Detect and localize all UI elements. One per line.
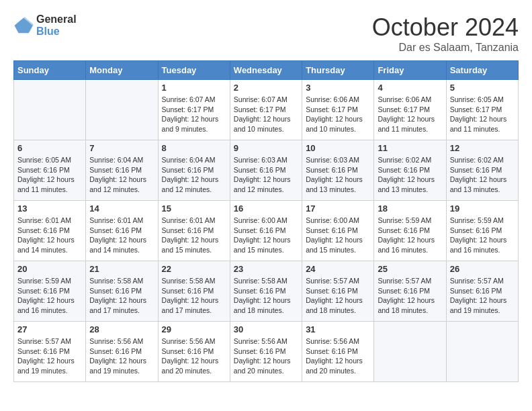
day-number: 30 (234, 324, 298, 334)
week-row-4: 20Sunrise: 5:59 AMSunset: 6:16 PMDayligh… (14, 261, 519, 322)
week-row-2: 6Sunrise: 6:05 AMSunset: 6:16 PMDaylight… (14, 140, 519, 201)
day-info: Sunrise: 5:59 AMSunset: 6:16 PMDaylight:… (378, 216, 442, 255)
day-info: Sunrise: 5:57 AMSunset: 6:16 PMDaylight:… (450, 276, 515, 316)
day-info: Sunrise: 6:07 AMSunset: 6:17 PMDaylight:… (234, 95, 298, 134)
day-number: 14 (89, 203, 154, 214)
day-cell: 17Sunrise: 6:00 AMSunset: 6:16 PMDayligh… (302, 201, 374, 261)
day-number: 3 (306, 83, 370, 93)
day-number: 22 (162, 264, 226, 274)
header-cell-friday: Friday (374, 61, 446, 80)
day-cell (14, 80, 86, 140)
logo-blue-text: Blue (36, 26, 77, 38)
day-cell: 4Sunrise: 6:06 AMSunset: 6:17 PMDaylight… (374, 80, 446, 140)
month-title: October 2024 (372, 13, 519, 42)
day-cell: 23Sunrise: 5:58 AMSunset: 6:16 PMDayligh… (230, 261, 302, 322)
day-cell: 28Sunrise: 5:56 AMSunset: 6:16 PMDayligh… (86, 322, 158, 382)
day-number: 25 (378, 264, 442, 274)
day-cell (86, 80, 158, 140)
day-cell: 15Sunrise: 6:01 AMSunset: 6:16 PMDayligh… (158, 201, 230, 261)
day-info: Sunrise: 6:03 AMSunset: 6:16 PMDaylight:… (306, 155, 370, 195)
day-info: Sunrise: 6:07 AMSunset: 6:17 PMDaylight:… (162, 95, 226, 134)
day-number: 1 (162, 83, 226, 93)
day-number: 26 (450, 264, 515, 274)
day-info: Sunrise: 5:56 AMSunset: 6:16 PMDaylight:… (89, 336, 154, 376)
day-info: Sunrise: 6:00 AMSunset: 6:16 PMDaylight:… (306, 216, 370, 255)
day-info: Sunrise: 5:58 AMSunset: 6:16 PMDaylight:… (234, 276, 298, 316)
day-info: Sunrise: 6:01 AMSunset: 6:16 PMDaylight:… (17, 216, 82, 255)
title-block: October 2024 Dar es Salaam, Tanzania (372, 13, 519, 54)
logo-text: General Blue (36, 13, 77, 37)
day-number: 10 (306, 143, 370, 153)
day-cell: 26Sunrise: 5:57 AMSunset: 6:16 PMDayligh… (446, 261, 518, 322)
header-row: SundayMondayTuesdayWednesdayThursdayFrid… (14, 61, 519, 80)
header-cell-monday: Monday (86, 61, 158, 80)
day-cell: 27Sunrise: 5:57 AMSunset: 6:16 PMDayligh… (14, 322, 86, 382)
day-cell: 20Sunrise: 5:59 AMSunset: 6:16 PMDayligh… (14, 261, 86, 322)
day-number: 23 (234, 264, 298, 274)
day-info: Sunrise: 6:03 AMSunset: 6:16 PMDaylight:… (234, 155, 298, 195)
day-cell: 5Sunrise: 6:05 AMSunset: 6:17 PMDaylight… (446, 80, 518, 140)
day-number: 18 (378, 203, 442, 214)
location: Dar es Salaam, Tanzania (372, 42, 519, 54)
day-number: 19 (450, 203, 515, 214)
day-cell: 25Sunrise: 5:57 AMSunset: 6:16 PMDayligh… (374, 261, 446, 322)
day-number: 8 (162, 143, 226, 153)
day-info: Sunrise: 6:00 AMSunset: 6:16 PMDaylight:… (234, 216, 298, 255)
day-number: 21 (89, 264, 154, 274)
day-number: 2 (234, 83, 298, 93)
day-number: 16 (234, 203, 298, 214)
day-number: 11 (378, 143, 442, 153)
week-row-5: 27Sunrise: 5:57 AMSunset: 6:16 PMDayligh… (14, 322, 519, 382)
day-info: Sunrise: 6:05 AMSunset: 6:17 PMDaylight:… (450, 95, 515, 134)
calendar-table: SundayMondayTuesdayWednesdayThursdayFrid… (13, 60, 519, 382)
day-cell: 14Sunrise: 6:01 AMSunset: 6:16 PMDayligh… (86, 201, 158, 261)
day-cell: 21Sunrise: 5:58 AMSunset: 6:16 PMDayligh… (86, 261, 158, 322)
header-cell-sunday: Sunday (14, 61, 86, 80)
logo: General Blue (13, 13, 77, 37)
day-info: Sunrise: 5:58 AMSunset: 6:16 PMDaylight:… (89, 276, 154, 316)
day-cell: 11Sunrise: 6:02 AMSunset: 6:16 PMDayligh… (374, 140, 446, 201)
day-cell: 8Sunrise: 6:04 AMSunset: 6:16 PMDaylight… (158, 140, 230, 201)
day-number: 15 (162, 203, 226, 214)
day-number: 28 (89, 324, 154, 334)
day-number: 27 (17, 324, 82, 334)
day-number: 9 (234, 143, 298, 153)
day-cell (446, 322, 518, 382)
day-cell: 12Sunrise: 6:02 AMSunset: 6:16 PMDayligh… (446, 140, 518, 201)
day-info: Sunrise: 6:01 AMSunset: 6:16 PMDaylight:… (89, 216, 154, 255)
day-number: 17 (306, 203, 370, 214)
day-cell: 22Sunrise: 5:58 AMSunset: 6:16 PMDayligh… (158, 261, 230, 322)
header-cell-saturday: Saturday (446, 61, 518, 80)
day-cell: 29Sunrise: 5:56 AMSunset: 6:16 PMDayligh… (158, 322, 230, 382)
day-number: 20 (17, 264, 82, 274)
day-info: Sunrise: 6:01 AMSunset: 6:16 PMDaylight:… (162, 216, 226, 255)
day-info: Sunrise: 6:04 AMSunset: 6:16 PMDaylight:… (162, 155, 226, 195)
day-cell: 9Sunrise: 6:03 AMSunset: 6:16 PMDaylight… (230, 140, 302, 201)
day-number: 6 (17, 143, 82, 153)
day-number: 5 (450, 83, 515, 93)
day-cell: 13Sunrise: 6:01 AMSunset: 6:16 PMDayligh… (14, 201, 86, 261)
logo-general-text: General (36, 13, 77, 26)
day-info: Sunrise: 6:06 AMSunset: 6:17 PMDaylight:… (306, 95, 370, 134)
day-cell: 30Sunrise: 5:56 AMSunset: 6:16 PMDayligh… (230, 322, 302, 382)
day-info: Sunrise: 5:57 AMSunset: 6:16 PMDaylight:… (378, 276, 442, 316)
day-cell (374, 322, 446, 382)
day-cell: 16Sunrise: 6:00 AMSunset: 6:16 PMDayligh… (230, 201, 302, 261)
day-info: Sunrise: 6:04 AMSunset: 6:16 PMDaylight:… (89, 155, 154, 195)
day-cell: 7Sunrise: 6:04 AMSunset: 6:16 PMDaylight… (86, 140, 158, 201)
day-cell: 6Sunrise: 6:05 AMSunset: 6:16 PMDaylight… (14, 140, 86, 201)
day-info: Sunrise: 5:57 AMSunset: 6:16 PMDaylight:… (306, 276, 370, 316)
header-cell-tuesday: Tuesday (158, 61, 230, 80)
header-cell-thursday: Thursday (302, 61, 374, 80)
day-info: Sunrise: 5:56 AMSunset: 6:16 PMDaylight:… (162, 336, 226, 376)
day-info: Sunrise: 6:02 AMSunset: 6:16 PMDaylight:… (378, 155, 442, 195)
day-info: Sunrise: 5:57 AMSunset: 6:16 PMDaylight:… (17, 336, 82, 376)
day-info: Sunrise: 6:05 AMSunset: 6:16 PMDaylight:… (17, 155, 82, 195)
day-number: 29 (162, 324, 226, 334)
day-cell: 24Sunrise: 5:57 AMSunset: 6:16 PMDayligh… (302, 261, 374, 322)
day-info: Sunrise: 6:06 AMSunset: 6:17 PMDaylight:… (378, 95, 442, 134)
logo-icon (13, 15, 34, 36)
day-number: 13 (17, 203, 82, 214)
header-cell-wednesday: Wednesday (230, 61, 302, 80)
day-info: Sunrise: 5:56 AMSunset: 6:16 PMDaylight:… (306, 336, 370, 376)
